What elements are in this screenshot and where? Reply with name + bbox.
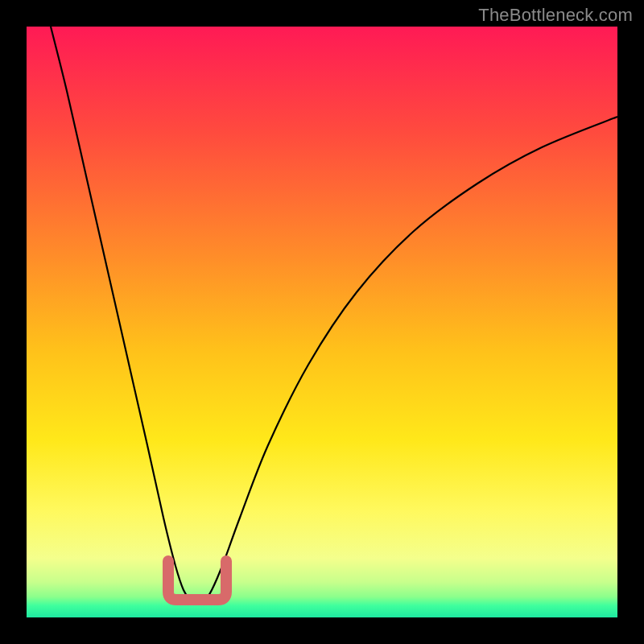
- watermark-text: TheBottleneck.com: [478, 5, 633, 26]
- outer-frame: TheBottleneck.com: [0, 0, 644, 644]
- curve-layer: [27, 27, 617, 617]
- flat-region-marker: [168, 561, 226, 600]
- bottleneck-curve: [51, 27, 617, 605]
